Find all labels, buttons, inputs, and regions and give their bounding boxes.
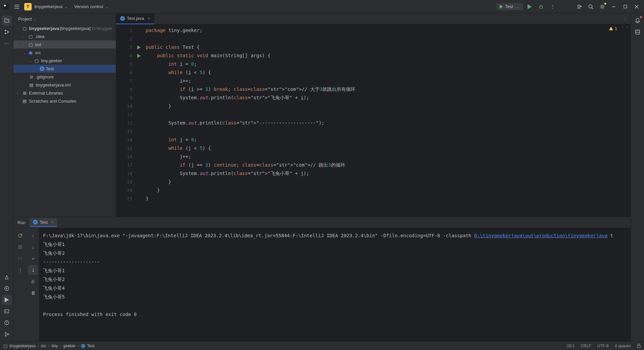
readonly-lock-icon[interactable] xyxy=(637,344,641,348)
run-tab-test[interactable]: C Test × xyxy=(30,218,57,227)
right-tool-rail xyxy=(631,13,644,341)
clear-icon[interactable]: 🗑 xyxy=(28,288,38,298)
svg-rect-1 xyxy=(4,5,6,6)
editor-body[interactable]: 123456789101112131415161718192021 packag… xyxy=(116,24,631,217)
gitignore-icon: ⊘ xyxy=(28,74,34,79)
editor-area: C Test.java × ⋮ 123456789101112131415161… xyxy=(116,13,631,217)
notifications-button[interactable] xyxy=(633,15,643,26)
terminal-tool-button[interactable] xyxy=(2,306,12,316)
tree-root[interactable]: ⌄ ▢ tinygeekerjava [tinygeekerjava] D:\t… xyxy=(13,24,116,32)
project-badge[interactable]: T xyxy=(24,3,32,10)
indent-config[interactable]: 4 spaces xyxy=(615,344,631,348)
more-tool-button[interactable]: ⋯ xyxy=(2,38,12,48)
run-config-selector[interactable]: Test ⌄ xyxy=(496,3,523,10)
scratch-icon: ▤ xyxy=(22,99,28,104)
project-panel-header[interactable]: Project⌄ xyxy=(13,13,116,24)
titlebar: T tinygeekerjava ⌄ Version control ⌄ Tes… xyxy=(0,0,644,13)
close-tab-icon[interactable]: × xyxy=(147,16,150,21)
project-tool-button[interactable] xyxy=(2,15,12,26)
svg-point-17 xyxy=(7,334,9,335)
hamburger-icon[interactable] xyxy=(12,2,22,11)
editor-tab-bar: C Test.java × ⋮ xyxy=(116,13,631,24)
svg-point-8 xyxy=(5,33,6,34)
up-icon[interactable]: ↑ xyxy=(28,231,38,241)
run-tool-button[interactable] xyxy=(2,295,12,305)
build-tool-button[interactable] xyxy=(2,272,12,282)
file-encoding[interactable]: UTF-8 xyxy=(597,344,609,348)
minimize-icon[interactable] xyxy=(609,2,618,11)
editor-tab-label: Test.java xyxy=(127,16,144,21)
folder-icon: ▢ xyxy=(28,42,34,47)
tree-gitignore[interactable]: ⊘ .gitignore xyxy=(13,73,116,81)
more-actions-icon[interactable]: ⋮ xyxy=(548,2,557,11)
svg-point-15 xyxy=(5,332,6,334)
console-output[interactable]: F:\Java\jdk-17\bin\java.exe "-javaagent:… xyxy=(39,228,631,341)
run-gutter[interactable] xyxy=(135,24,143,217)
source-folder-icon: ▣ xyxy=(28,50,34,55)
svg-rect-18 xyxy=(4,345,7,348)
tree-out[interactable]: ›▢ out xyxy=(13,40,116,48)
close-run-tab-icon[interactable]: × xyxy=(51,219,54,225)
soft-wrap-icon[interactable]: ⤶ xyxy=(28,253,38,264)
problems-tool-button[interactable] xyxy=(2,318,12,328)
console-actions-rail: ↑ ↓ ⤶ ⤓ ⎙ 🗑 xyxy=(27,228,39,341)
warning-badge[interactable]: 1 xyxy=(609,26,617,31)
caret-position[interactable]: 28:1 xyxy=(567,344,574,348)
database-tool-button[interactable] xyxy=(633,27,643,37)
file-icon: ▤ xyxy=(28,82,34,88)
project-name[interactable]: tinygeekerjava ⌄ xyxy=(34,4,68,9)
code-area[interactable]: package tiny.geeker; public class Test {… xyxy=(143,24,631,217)
stop-button[interactable] xyxy=(15,242,25,252)
editor-tab-test[interactable]: C Test.java × xyxy=(116,13,154,24)
scroll-to-end-icon[interactable]: ⤓ xyxy=(28,265,38,275)
run-config-name: Test xyxy=(505,4,513,9)
tree-iml[interactable]: ▤ tinygeekerjava.iml xyxy=(13,81,116,89)
svg-point-4 xyxy=(589,5,592,8)
vcs-menu[interactable]: Version control ⌄ xyxy=(74,4,109,9)
services-tool-button[interactable] xyxy=(2,283,12,293)
run-play-icon xyxy=(500,5,503,9)
prev-highlight-icon[interactable]: ˄ xyxy=(622,26,624,31)
ide-logo-icon xyxy=(3,3,9,10)
class-icon: C xyxy=(120,16,125,21)
next-highlight-icon[interactable]: ˅ xyxy=(626,26,628,31)
run-panel: Run C Test × ⋮ xyxy=(13,217,631,341)
tab-more-icon[interactable]: ⋮ xyxy=(619,16,631,21)
class-icon: C xyxy=(33,220,38,224)
chevron-down-icon: ⌄ xyxy=(516,4,520,9)
svg-rect-13 xyxy=(5,310,9,313)
library-icon: ⊞ xyxy=(22,91,28,96)
search-icon[interactable] xyxy=(586,2,596,11)
run-panel-title[interactable]: Run xyxy=(17,220,26,225)
project-panel: Project⌄ ⌄ ▢ tinygeekerjava [tinygeekerj… xyxy=(13,13,116,217)
tree-package[interactable]: ⌄▢ tiny.geeker xyxy=(13,57,116,65)
svg-rect-10 xyxy=(18,245,22,249)
tree-class-test[interactable]: C Test xyxy=(13,65,116,73)
tree-scratches[interactable]: ▤ Scratches and Consoles xyxy=(13,97,116,105)
exit-button[interactable] xyxy=(15,253,25,264)
breadcrumb[interactable]: tinygeekerjava›src›tiny›geeker›CTest xyxy=(3,344,95,348)
line-gutter: 123456789101112131415161718192021 xyxy=(116,24,135,217)
svg-point-11 xyxy=(636,30,640,31)
debug-button[interactable] xyxy=(536,2,546,11)
svg-point-7 xyxy=(5,30,6,31)
settings-icon[interactable] xyxy=(598,2,607,11)
rerun-button[interactable] xyxy=(15,231,25,241)
close-icon[interactable] xyxy=(632,2,641,11)
down-icon[interactable]: ↓ xyxy=(28,242,38,252)
print-icon[interactable]: ⎙ xyxy=(28,276,38,286)
code-with-me-icon[interactable] xyxy=(575,2,584,11)
maximize-icon[interactable] xyxy=(620,2,630,11)
vcs-tool-button[interactable] xyxy=(2,329,12,339)
class-icon: C xyxy=(40,66,44,71)
tree-external-libs[interactable]: ›⊞ External Libraries xyxy=(13,89,116,97)
package-icon: ▢ xyxy=(34,58,40,63)
run-more-icon[interactable]: ⋮ xyxy=(15,265,25,275)
run-button[interactable] xyxy=(525,2,534,11)
tree-idea[interactable]: ›▢ .idea xyxy=(13,32,116,40)
tree-src[interactable]: ⌄▣ src xyxy=(13,48,116,57)
project-tree[interactable]: ⌄ ▢ tinygeekerjava [tinygeekerjava] D:\t… xyxy=(13,24,116,217)
structure-tool-button[interactable] xyxy=(2,27,12,37)
folder-icon: ▢ xyxy=(22,26,28,31)
line-separator[interactable]: CRLF xyxy=(581,344,591,348)
